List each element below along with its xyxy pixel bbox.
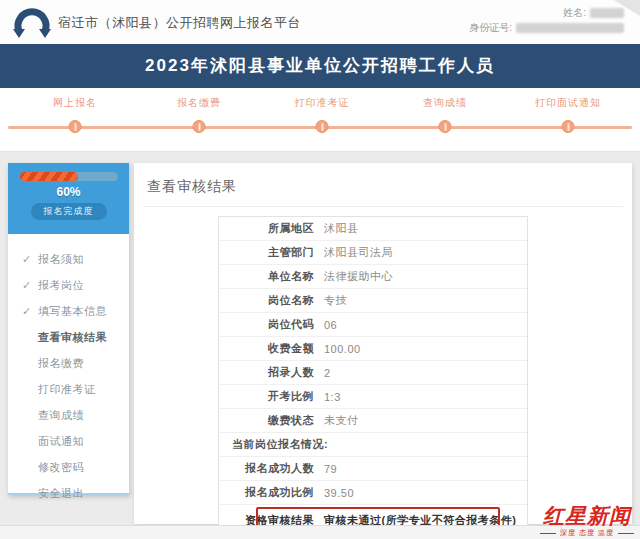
- table-row: 岗位代码06: [219, 313, 527, 337]
- row-label: 岗位代码: [219, 317, 314, 332]
- table-row: 开考比例1:3: [219, 385, 527, 409]
- sidebar-item-报考岗位[interactable]: ✓报考岗位: [8, 272, 129, 298]
- progress-bar-track: [20, 172, 118, 181]
- tagline-dash-left: [540, 533, 556, 534]
- step-label: 查询成绩: [397, 96, 493, 110]
- check-icon: ✓: [22, 272, 32, 298]
- row-value: 2: [324, 367, 331, 379]
- sidebar-item-label: 报名缴费: [38, 357, 84, 369]
- row-value: 39.50: [324, 487, 354, 499]
- row-label: 报名成功人数: [219, 461, 314, 476]
- page-title: 查看审核结果: [134, 163, 632, 206]
- red-star-news-logo: 红星新闻: [540, 505, 634, 527]
- step-label: 报名缴费: [151, 96, 247, 110]
- sidebar-item-label: 安全退出: [38, 487, 84, 499]
- check-icon: ✓: [22, 298, 32, 324]
- sidebar-item-label: 查询成绩: [38, 409, 84, 421]
- sidebar-item-label: 报考岗位: [38, 279, 84, 291]
- audit-result-table: 所属地区沭阳县主管部门沭阳县司法局单位名称法律援助中心岗位名称专技岗位代码06收…: [218, 216, 528, 536]
- red-star-news-watermark: 红星新闻 深度 态度 温度: [540, 505, 634, 538]
- progress-caption-badge: 报名完成度: [31, 203, 107, 220]
- row-value: 未支付: [324, 413, 359, 428]
- table-row: 缴费状态未支付: [219, 409, 527, 433]
- row-label: 招录人数: [219, 365, 314, 380]
- row-label: 当前岗位报名情况:: [219, 437, 328, 452]
- step-dot-icon: [439, 120, 452, 133]
- table-row: 招录人数2: [219, 361, 527, 385]
- sidebar-item-label: 打印准考证: [38, 383, 96, 395]
- step-5: 打印面试通知: [520, 96, 616, 110]
- platform-title: 宿迁市（沭阳县）公开招聘网上报名平台: [58, 14, 301, 32]
- table-row: 报名成功人数79: [219, 457, 527, 481]
- heading-divider: [143, 206, 623, 207]
- platform-logo-icon: [12, 5, 52, 39]
- sidebar-item-label: 报名须知: [38, 253, 84, 265]
- sidebar: 60% 报名完成度 ✓报名须知✓报考岗位✓填写基本信息查看审核结果报名缴费打印准…: [8, 163, 129, 495]
- progress-bar-fill: [20, 172, 79, 181]
- table-row: 主管部门沭阳县司法局: [219, 241, 527, 265]
- corner-fold-artifact: [614, 0, 640, 16]
- row-value: 100.00: [324, 343, 361, 355]
- table-row: 岗位名称专技: [219, 289, 527, 313]
- sidebar-item-填写基本信息[interactable]: ✓填写基本信息: [8, 298, 129, 324]
- sidebar-item-查询成绩[interactable]: 查询成绩: [8, 402, 129, 428]
- sidebar-item-报名缴费[interactable]: 报名缴费: [8, 350, 129, 376]
- red-star-news-tagline: 深度 态度 温度: [540, 528, 634, 538]
- step-4: 查询成绩: [397, 96, 493, 110]
- step-dot-icon: [562, 120, 575, 133]
- row-value: 79: [324, 463, 337, 475]
- row-value: 1:3: [324, 391, 341, 403]
- step-3: 打印准考证: [274, 96, 370, 110]
- row-label: 开考比例: [219, 389, 314, 404]
- row-label: 所属地区: [219, 221, 314, 236]
- id-label: 身份证号:: [469, 20, 512, 35]
- content-area: 60% 报名完成度 ✓报名须知✓报考岗位✓填写基本信息查看审核结果报名缴费打印准…: [0, 152, 640, 539]
- id-value-redacted: [516, 23, 624, 33]
- table-row: 所属地区沭阳县: [219, 217, 527, 241]
- row-value: 沭阳县司法局: [324, 245, 393, 260]
- sidebar-item-面试通知[interactable]: 面试通知: [8, 428, 129, 454]
- table-row: 收费金额100.00: [219, 337, 527, 361]
- sidebar-item-修改密码[interactable]: 修改密码: [8, 454, 129, 480]
- row-value: 专技: [324, 293, 347, 308]
- table-row: 单位名称法律援助中心: [219, 265, 527, 289]
- registration-progress-card: 60% 报名完成度: [8, 163, 129, 234]
- sidebar-item-label: 填写基本信息: [38, 305, 107, 317]
- step-label: 网上报名: [27, 96, 123, 110]
- row-label: 单位名称: [219, 269, 314, 284]
- step-1: 网上报名: [27, 96, 123, 110]
- progress-steps: 网上报名报名缴费打印准考证查询成绩打印面试通知: [0, 88, 640, 152]
- sidebar-item-label: 修改密码: [38, 461, 84, 473]
- row-label: 主管部门: [219, 245, 314, 260]
- check-icon: ✓: [22, 246, 32, 272]
- row-label: 报名成功比例: [219, 485, 314, 500]
- table-row: 报名成功比例39.50: [219, 481, 527, 505]
- progress-percent: 60%: [8, 185, 129, 199]
- step-dot-icon: [69, 120, 82, 133]
- step-dot-icon: [193, 120, 206, 133]
- sidebar-item-label: 查看审核结果: [38, 331, 107, 343]
- step-2: 报名缴费: [151, 96, 247, 110]
- user-info: 姓名: 身份证号:: [469, 5, 624, 35]
- tagline-dash-right: [618, 533, 634, 534]
- row-value: 沭阳县: [324, 221, 359, 236]
- step-dot-icon: [316, 120, 329, 133]
- step-label: 打印面试通知: [520, 96, 616, 110]
- sidebar-item-label: 面试通知: [38, 435, 84, 447]
- row-label: 收费金额: [219, 341, 314, 356]
- sidebar-menu: ✓报名须知✓报考岗位✓填写基本信息查看审核结果报名缴费打印准考证查询成绩面试通知…: [8, 234, 129, 506]
- sidebar-item-安全退出[interactable]: 安全退出: [8, 480, 129, 506]
- step-label: 打印准考证: [274, 96, 370, 110]
- row-value: 法律援助中心: [324, 269, 393, 284]
- sidebar-item-报名须知[interactable]: ✓报名须知: [8, 246, 129, 272]
- row-label: 岗位名称: [219, 293, 314, 308]
- main-panel: 查看审核结果 所属地区沭阳县主管部门沭阳县司法局单位名称法律援助中心岗位名称专技…: [134, 163, 632, 524]
- row-label: 缴费状态: [219, 413, 314, 428]
- row-value: 06: [324, 319, 337, 331]
- sidebar-item-打印准考证[interactable]: 打印准考证: [8, 376, 129, 402]
- header: 宿迁市（沭阳县）公开招聘网上报名平台 姓名: 身份证号:: [0, 0, 640, 44]
- name-label: 姓名:: [563, 5, 586, 20]
- recruitment-banner-title: 2023年沭阳县事业单位公开招聘工作人员: [0, 44, 640, 88]
- sidebar-item-查看审核结果[interactable]: 查看审核结果: [8, 324, 129, 350]
- table-section-row: 当前岗位报名情况:: [219, 433, 527, 457]
